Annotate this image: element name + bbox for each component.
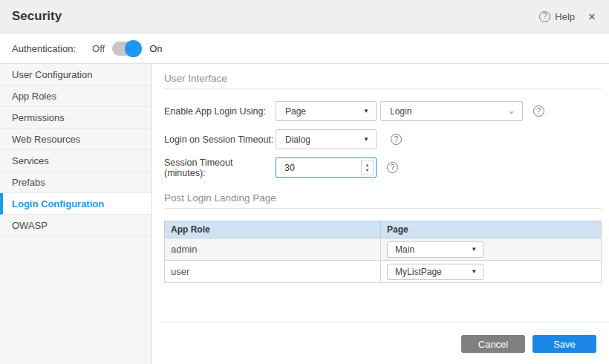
column-header-page: Page	[381, 221, 602, 238]
session-timeout-input[interactable]	[276, 163, 361, 173]
page-title: Security	[12, 9, 62, 24]
cancel-button[interactable]: Cancel	[461, 335, 525, 353]
security-dialog: Security ? Help × Authentication: Off On…	[0, 0, 609, 364]
session-timeout-row: Session Timeout (minutes): ▲ ▼ ?	[164, 157, 609, 178]
number-stepper[interactable]: ▲ ▼	[361, 160, 374, 175]
login-page-select[interactable]: Login ⌄	[380, 101, 523, 121]
session-timeout-field: ▲ ▼	[276, 157, 377, 178]
authentication-label: Authentication:	[12, 43, 76, 54]
help-label: Help	[555, 11, 575, 22]
caret-down-icon: ▼	[471, 246, 477, 253]
session-timeout-label: Session Timeout (minutes):	[164, 157, 276, 178]
main-panel: User Interface Enable App Login Using: P…	[152, 64, 609, 364]
column-header-app-role: App Role	[165, 221, 381, 238]
user-page-value: MyListPage	[395, 267, 442, 277]
login-on-timeout-row: Login on Session Timeout: Dialog ▼ ?	[164, 129, 609, 149]
sidebar-item-owasp[interactable]: OWASP	[0, 215, 152, 236]
user-page-select[interactable]: MyListPage ▼	[387, 264, 483, 280]
footer-actions: Cancel Save	[161, 322, 609, 364]
toggle-off-label: Off	[92, 43, 105, 54]
header: Security ? Help ×	[0, 0, 609, 33]
timeout-behavior-value: Dialog	[285, 134, 310, 145]
login-on-timeout-help-icon[interactable]: ?	[391, 134, 402, 145]
toggle-on-label: On	[149, 43, 162, 54]
admin-page-select[interactable]: Main ▼	[387, 241, 483, 258]
authentication-toggle[interactable]	[112, 42, 140, 56]
stepper-down-icon: ▼	[365, 168, 369, 172]
sidebar: User Configuration App Roles Permissions…	[0, 64, 152, 364]
sidebar-item-prefabs[interactable]: Prefabs	[0, 172, 152, 193]
caret-down-icon: ▼	[363, 108, 369, 114]
sidebar-item-login-configuration[interactable]: Login Configuration	[0, 193, 152, 215]
sidebar-item-app-roles[interactable]: App Roles	[0, 85, 152, 107]
section-title-post-login: Post Login Landing Page	[164, 192, 609, 204]
enable-app-login-label: Enable App Login Using:	[164, 106, 276, 117]
login-on-timeout-label: Login on Session Timeout:	[164, 134, 276, 145]
header-actions: ? Help ×	[539, 10, 596, 23]
section-divider	[164, 208, 602, 209]
session-timeout-help-icon[interactable]: ?	[387, 162, 398, 173]
login-page-value: Login	[390, 106, 411, 117]
post-login-landing-table: App Role Page admin Main ▼ user	[164, 221, 602, 283]
help-icon: ?	[539, 11, 550, 22]
timeout-behavior-select[interactable]: Dialog ▼	[276, 129, 377, 149]
login-type-select[interactable]: Page ▼	[276, 101, 377, 121]
close-icon[interactable]: ×	[588, 10, 596, 23]
app-role-cell: admin	[165, 238, 381, 261]
table-header-row: App Role Page	[165, 221, 602, 238]
sidebar-item-web-resources[interactable]: Web Resources	[0, 129, 152, 150]
sidebar-item-permissions[interactable]: Permissions	[0, 107, 152, 129]
enable-app-login-row: Enable App Login Using: Page ▼ Login ⌄ ?	[164, 101, 609, 121]
login-type-value: Page	[285, 106, 306, 117]
sidebar-item-services[interactable]: Services	[0, 150, 152, 172]
table-row: admin Main ▼	[165, 238, 602, 261]
post-login-table-wrap: App Role Page admin Main ▼ user	[164, 221, 602, 283]
caret-down-icon: ▼	[471, 268, 477, 275]
login-config-form: Enable App Login Using: Page ▼ Login ⌄ ?…	[161, 89, 609, 186]
authentication-row: Authentication: Off On	[0, 33, 609, 64]
section-title-user-interface: User Interface	[164, 73, 609, 84]
help-button[interactable]: ? Help	[539, 11, 575, 22]
enable-app-login-help-icon[interactable]: ?	[533, 105, 544, 117]
table-row: user MyListPage ▼	[165, 261, 602, 283]
app-role-cell: user	[165, 261, 381, 283]
save-button[interactable]: Save	[533, 335, 596, 353]
caret-down-icon: ▼	[363, 136, 369, 143]
sidebar-item-user-configuration[interactable]: User Configuration	[0, 64, 152, 85]
chevron-down-icon: ⌄	[507, 108, 515, 114]
toggle-knob	[125, 40, 142, 57]
admin-page-value: Main	[395, 244, 414, 255]
